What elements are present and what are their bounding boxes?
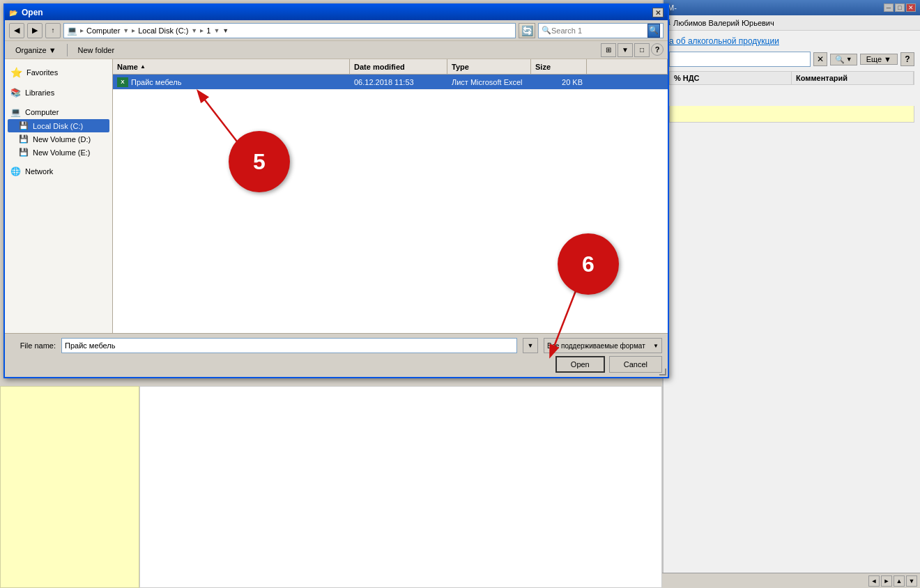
col-header-size[interactable]: Size (531, 59, 587, 74)
dialog-bottom: File name: ▼ Все поддерживаемые формат ▼… (5, 333, 668, 377)
scroll-down-btn[interactable]: ▼ (906, 575, 917, 587)
bg-right-search-input[interactable] (669, 52, 811, 67)
bg-minimize-btn[interactable]: ─ (884, 3, 894, 12)
filename-dropdown-btn[interactable]: ▼ (523, 338, 538, 353)
drive-d-label: New Volume (D:) (33, 135, 91, 144)
file-date-cell: 06.12.2018 11:53 (350, 78, 447, 86)
network-label: Network (25, 167, 53, 176)
dialog-close-btn[interactable]: ✕ (652, 8, 664, 17)
bg-bottom-left-panel (0, 386, 139, 588)
path-computer: Computer (86, 26, 120, 35)
bg-right-table-header: % НДС Комментарий (669, 71, 914, 85)
bg-titlebar-controls: ─ □ ✕ (884, 3, 916, 12)
sidebar-item-computer[interactable]: 💻 Computer (8, 105, 109, 119)
organize-btn[interactable]: Organize ▼ (9, 43, 63, 57)
sidebar-spacer-3 (8, 159, 109, 164)
new-folder-label: New folder (78, 46, 115, 54)
new-folder-btn[interactable]: New folder (72, 43, 121, 57)
col-header-type[interactable]: Type (447, 59, 531, 74)
bg-right-more-btn[interactable]: Еще ▼ (860, 54, 898, 65)
table-row[interactable]: X Прайс мебель 06.12.2018 11:53 Лист Mic… (113, 75, 668, 90)
col-header-rest (587, 59, 668, 74)
dialog-title-text: Open (22, 8, 43, 17)
dialog-action-toolbar: Organize ▼ New folder ⊞ ▼ □ ? (5, 41, 668, 59)
bg-col-nds: % НДС (670, 72, 792, 84)
dialog-nav-toolbar: ◀ ▶ ↑ 💻 ▸ Computer ▼ ▸ Local Disk (C:) ▼… (5, 20, 668, 41)
dialog-resize-handle[interactable] (659, 369, 668, 377)
bg-right-link: а об алкогольной продукции (669, 36, 914, 46)
refresh-btn[interactable]: 🔄 (519, 23, 535, 38)
view-list-btn[interactable]: □ (634, 43, 650, 57)
filetype-text: Все поддерживаемые формат (547, 342, 652, 350)
dialog-title-icon: 📂 (9, 9, 17, 17)
bg-maximize-btn[interactable]: □ (895, 3, 905, 12)
dialog-titlebar: 📂 Open ✕ (5, 5, 668, 20)
sidebar-item-network[interactable]: 🌐 Network (8, 164, 109, 178)
sidebar-item-libraries[interactable]: 📚 Libraries (8, 86, 109, 100)
scroll-right-btn[interactable]: ► (881, 575, 892, 587)
path-breadcrumb[interactable]: 💻 ▸ Computer ▼ ▸ Local Disk (C:) ▼ ▸ 1 ▼… (63, 23, 516, 38)
path-arrow3: ▼ (213, 27, 220, 34)
drive-e-label: New Volume (E:) (33, 148, 91, 157)
drive-c-icon: 💾 (19, 121, 29, 130)
open-btn[interactable]: Open (555, 356, 605, 373)
scroll-up-btn[interactable]: ▲ (894, 575, 905, 587)
view-grid-btn[interactable]: ⊞ (601, 43, 616, 57)
dialog-body: ⭐ Favorites 📚 Libraries 💻 Computer 💾 Loc… (5, 59, 668, 333)
bg-right-search-btn[interactable]: 🔍▼ (830, 54, 857, 65)
bg-yellow-row (669, 106, 914, 123)
libraries-label: Libraries (25, 88, 54, 97)
drive-d-icon: 💾 (19, 134, 29, 144)
sidebar-spacer-1 (8, 80, 109, 86)
drive-c-label: Local Disk (C:) (33, 122, 83, 130)
filename-row: File name: ▼ Все поддерживаемые формат ▼ (10, 338, 662, 353)
search-input[interactable] (551, 26, 647, 35)
path-sep3: ▸ (200, 26, 204, 34)
path-sep2: ▸ (132, 26, 135, 34)
bg-bottom-main-panel (139, 386, 662, 588)
sidebar-item-local-c[interactable]: 💾 Local Disk (C:) (8, 119, 109, 132)
col-header-name[interactable]: Name ▲ (113, 59, 350, 74)
filename-input[interactable] (61, 338, 517, 353)
bg-right-help-btn[interactable]: ? (900, 52, 914, 66)
libraries-icon: 📚 (10, 88, 21, 98)
path-folder: 1 (206, 26, 210, 35)
help-btn[interactable]: ? (651, 43, 664, 56)
scroll-left-btn[interactable]: ◄ (868, 575, 880, 587)
bg-col-comment: Комментарий (792, 72, 914, 84)
filelist-header: Name ▲ Date modified Type Size (113, 59, 668, 75)
name-sort-arrow: ▲ (140, 63, 146, 70)
file-name-text: Прайс мебель (131, 78, 181, 86)
forward-btn[interactable]: ▶ (27, 23, 43, 38)
favorites-label: Favorites (26, 68, 58, 77)
bg-close-btn[interactable]: ✕ (906, 3, 916, 12)
path-dropdown-arrow: ▼ (222, 27, 229, 34)
bg-right-content: а об алкогольной продукции ✕ 🔍▼ Еще ▼ ? … (664, 31, 920, 128)
computer-icon: 💻 (10, 107, 21, 117)
pc-icon: 💻 (67, 26, 77, 36)
bg-scrollbar: ◄ ► ▲ ▼ (662, 573, 920, 588)
filetype-combo[interactable]: Все поддерживаемые формат ▼ (544, 338, 662, 353)
filelist-body: X Прайс мебель 06.12.2018 11:53 Лист Mic… (113, 75, 668, 333)
search-box[interactable]: 🔍 🔍 (538, 23, 664, 38)
cancel-btn[interactable]: Cancel (609, 356, 662, 373)
file-name-cell: X Прайс мебель (113, 77, 350, 87)
path-sep1: ▸ (80, 26, 84, 34)
back-btn[interactable]: ◀ (9, 23, 24, 38)
network-icon: 🌐 (10, 167, 21, 176)
bg-right-search-clear[interactable]: ✕ (813, 52, 827, 66)
sidebar-item-drive-d[interactable]: 💾 New Volume (D:) (8, 132, 109, 146)
path-arrow2: ▼ (191, 27, 197, 34)
col-header-date[interactable]: Date modified (350, 59, 447, 74)
path-drive: Local Disk (C:) (138, 26, 188, 35)
sidebar-item-favorites[interactable]: ⭐ Favorites (8, 65, 109, 80)
bg-right-titlebar: М- ─ □ ✕ (664, 0, 920, 15)
up-btn[interactable]: ↑ (45, 23, 61, 38)
sidebar-item-drive-e[interactable]: 💾 New Volume (E:) (8, 146, 109, 159)
filename-label: File name: (10, 341, 56, 350)
view-buttons: ⊞ ▼ □ ? (601, 43, 664, 57)
view-dropdown-btn[interactable]: ▼ (618, 43, 633, 57)
path-arrow1: ▼ (123, 27, 129, 34)
open-dialog: 📂 Open ✕ ◀ ▶ ↑ 💻 ▸ Computer ▼ ▸ Local Di… (3, 3, 669, 378)
search-go-btn[interactable]: 🔍 (647, 24, 660, 38)
